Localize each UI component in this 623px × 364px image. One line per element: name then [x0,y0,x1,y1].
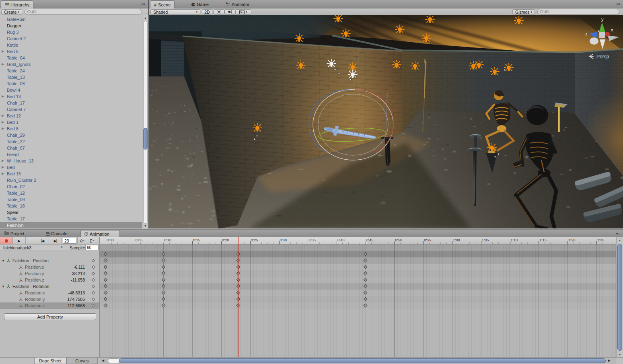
tab-console[interactable]: Console [42,230,71,237]
scene-audio-button[interactable] [224,9,235,14]
row-keyframe-toggle[interactable] [92,272,95,275]
hierarchy-item-Gold_Ignots[interactable]: ▶Gold_Ignots [0,61,142,68]
2d-toggle-button[interactable]: 2D [202,9,212,14]
scene-effects-button[interactable]: ▾ [235,9,251,14]
hierarchy-item-Falchion[interactable]: Falchion [0,222,142,228]
hierarchy-search-input[interactable]: All [25,9,142,14]
expand-arrow-icon[interactable]: ▶ [2,164,4,171]
tab-hierarchy[interactable]: Hierarchy [1,0,33,8]
row-keyframe-toggle[interactable] [92,278,95,282]
prev-key-button[interactable]: |◀ [36,237,49,244]
hierarchy-item-Bread[interactable]: Bread [0,151,142,158]
row-keyframe-toggle[interactable] [92,298,95,301]
dopesheet-vscrollbar[interactable]: ▲ ▼ [616,237,623,358]
dope-sheet[interactable]: 0:000:050:100:150:200:250:300:350:400:45… [100,237,616,358]
vscroll-down-icon[interactable]: ▼ [617,353,623,356]
tab-game[interactable]: Game [188,0,212,8]
hierarchy-item-Table_12[interactable]: Table_12 [0,190,142,196]
axis-x-cone[interactable] [605,32,610,37]
tab-animator[interactable]: Animator [222,0,253,8]
hierarchy-item-Cabinet-2[interactable]: Cabinet 2 [0,35,142,42]
shading-mode-dropdown[interactable]: Shaded▾ [150,9,200,14]
hierarchy-item-Bed-1[interactable]: ▶Bed 1 [0,119,142,125]
hierarchy-item-Bed-13[interactable]: ▶Bed 13 [0,93,142,100]
anim-row-Position-z[interactable]: Position.z-11.658 [0,277,99,283]
expand-arrow-icon[interactable]: ▶ [2,125,4,132]
vscroll-up-icon[interactable]: ▲ [617,239,623,242]
anim-row-Falchion-Position[interactable]: ▼Falchion : Position [0,257,99,264]
row-keyframe-toggle[interactable] [92,265,95,269]
anim-row-Position-y[interactable]: Position.y38.213 [0,270,99,277]
dopesheet-hscrollbar[interactable]: ◀ ▶ [100,358,616,364]
scroll-up-icon[interactable]: ▲ [142,16,148,19]
row-keyframe-toggle[interactable] [92,291,95,294]
hierarchy-item-Bed-12[interactable]: ▶Bed 12 [0,113,142,119]
hierarchy-item-Table_03[interactable]: Table_03 [0,80,142,87]
clip-dropdown-arrows-icon[interactable]: ⇕ [60,245,63,249]
hierarchy-item-Chair_17[interactable]: Chair_17 [0,100,142,106]
row-keyframe-toggle[interactable] [92,259,95,262]
play-button[interactable]: ▶ [13,237,26,244]
samples-field[interactable]: 60 [85,245,99,250]
row-keyframe-toggle[interactable] [92,304,95,307]
hierarchy-item-Chair_02[interactable]: Chair_02 [0,183,142,190]
hierarchy-item-Table_18[interactable]: Table_18 [0,203,142,209]
hierarchy-item-Spear[interactable]: Spear [0,209,142,216]
anim-row-Rotation-z[interactable]: Rotation.z112.5668 [0,302,99,309]
clip-dropdown[interactable]: falchionattack3 [3,245,31,250]
hierarchy-item-Chair_07[interactable]: Chair_07 [0,145,142,151]
add-property-button[interactable]: Add Property [4,313,96,320]
hierarchy-panel-menu-icon[interactable]: ▾≡ [141,2,146,6]
hierarchy-scrollbar[interactable]: ▲ ▼ [142,15,148,228]
hierarchy-item-Ruin_Cluster-2[interactable]: Ruin_Cluster 2 [0,177,142,183]
hierarchy-item-Bed[interactable]: ▶Bed [0,164,142,171]
hierarchy-item-Table_17[interactable]: Table_17 [0,216,142,222]
scroll-down-icon[interactable]: ▼ [142,224,148,227]
hierarchy-item-Dagger[interactable]: Dagger [0,23,142,29]
scene-lighting-button[interactable] [214,9,224,14]
hierarchy-item-Table_13[interactable]: Table_13 [0,74,142,80]
expand-arrow-icon[interactable]: ▶ [2,93,4,100]
anim-row-Falchion-Rotation[interactable]: ▼Falchion : Rotation [0,283,99,290]
expand-arrow-icon[interactable]: ▶ [2,158,4,164]
row-keyframe-toggle[interactable] [92,285,95,288]
hierarchy-item-GateRuin[interactable]: GateRuin [0,16,142,23]
next-key-button[interactable]: ▶| [49,237,62,244]
hierarchy-item-Bed-5[interactable]: ▶Bed 5 [0,48,142,55]
hierarchy-item-Table_22[interactable]: Table_22 [0,138,142,145]
expand-arrow-icon[interactable]: ▶ [2,48,4,55]
hierarchy-item-Table_09[interactable]: Table_09 [0,196,142,203]
hierarchy-item-Kettle[interactable]: Kettle [0,42,142,48]
timeline-ruler[interactable]: 0:000:050:100:150:200:250:300:350:400:45… [100,237,616,245]
hierarchy-item-Bed-8[interactable]: ▶Bed 8 [0,125,142,132]
anim-row-Rotation-y[interactable]: Rotation.y174.7585 [0,296,99,302]
expand-arrow-icon[interactable]: ▶ [2,171,4,177]
hierarchy-item-W_House_13[interactable]: ▶W_House_13 [0,158,142,164]
anim-row-Position-x[interactable]: Position.x-6.111 [0,264,99,270]
frame-field[interactable]: 23 [63,238,76,244]
hierarchy-item-Bowl-4[interactable]: Bowl 4 [0,87,142,93]
record-button[interactable] [0,237,13,244]
scene-viewport[interactable]: y x z Persp [149,15,623,228]
hierarchy-item-Table_04[interactable]: Table_04 [0,55,142,61]
animation-panel-menu-icon[interactable]: ▾≡ [616,232,621,236]
hscroll-left-icon[interactable]: ◀ [102,359,104,362]
tab-project[interactable]: Project [1,230,28,237]
playhead[interactable] [239,237,239,358]
hierarchy-item-Bed-15[interactable]: ▶Bed 15 [0,171,142,177]
anim-row-Rotation-x[interactable]: Rotation.x-48.6313 [0,290,99,296]
hierarchy-item-Cabinet-7[interactable]: Cabinet 7 [0,106,142,113]
hscroll-right-icon[interactable]: ▶ [608,359,611,362]
hierarchy-item-Chair_29[interactable]: Chair_29 [0,132,142,138]
expand-arrow-icon[interactable]: ▶ [2,61,4,68]
hierarchy-item-Rug-3[interactable]: Rug 3 [0,29,142,35]
dope-sheet-tab[interactable]: Dope Sheet [34,358,66,364]
add-event-button[interactable]: + [87,237,97,244]
tab-animation[interactable]: Animation [80,230,120,237]
create-button[interactable]: Create▾ [1,9,22,14]
hierarchy-item-Table_24[interactable]: Table_24 [0,68,142,74]
gizmos-dropdown[interactable]: Gizmos▾ [512,9,535,14]
expand-arrow-icon[interactable]: ▶ [2,113,4,119]
expand-arrow-icon[interactable]: ▶ [2,119,4,125]
scene-search-input[interactable]: All [537,9,619,14]
